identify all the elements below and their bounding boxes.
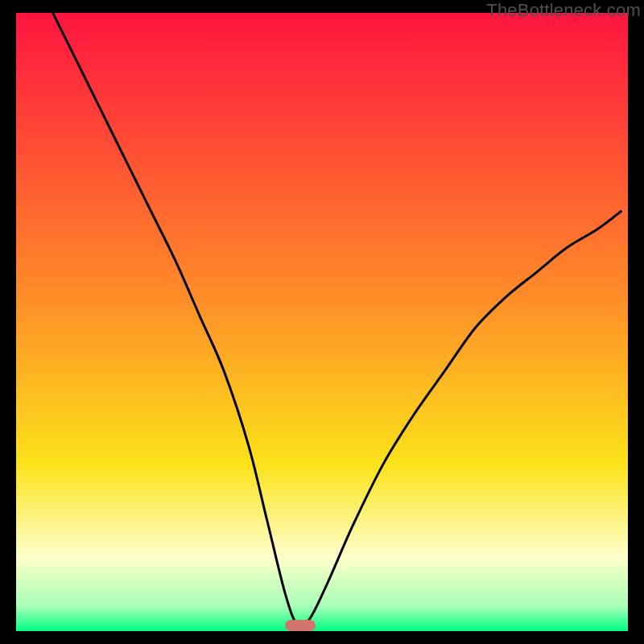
curve-layer bbox=[16, 13, 628, 631]
chart-frame: TheBottleneck.com bbox=[0, 0, 644, 644]
watermark-text: TheBottleneck.com bbox=[486, 0, 641, 21]
bottleneck-curve bbox=[53, 13, 622, 627]
optimum-marker bbox=[285, 620, 316, 631]
plot-area bbox=[16, 13, 628, 631]
